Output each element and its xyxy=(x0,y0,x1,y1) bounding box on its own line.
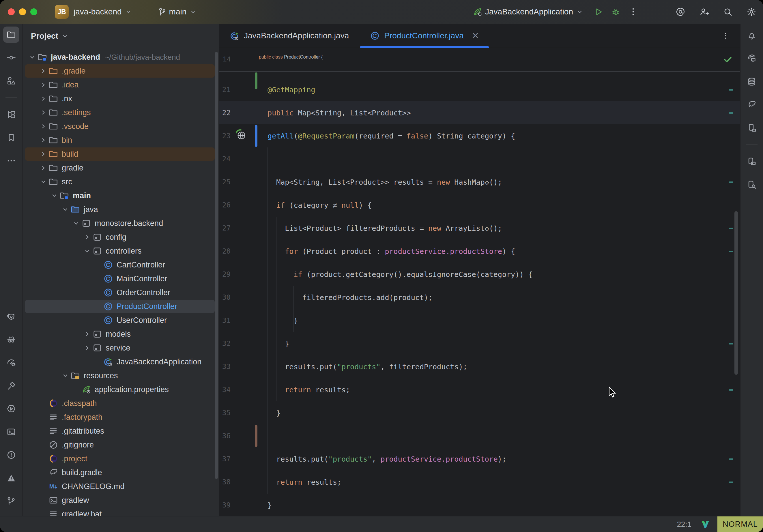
tree-item-bin[interactable]: bin xyxy=(23,133,219,147)
chevron-right-icon[interactable] xyxy=(82,344,92,352)
inspections-ok-check-icon[interactable] xyxy=(723,54,733,65)
chevron-down-icon[interactable] xyxy=(61,32,69,40)
code-line-25[interactable]: 25 Map<String, List<Product>> results = … xyxy=(219,170,740,194)
code-line-37[interactable]: 37 results.put("products", productServic… xyxy=(219,448,740,471)
chevron-down-icon[interactable] xyxy=(60,206,70,213)
commit-icon[interactable] xyxy=(3,50,19,66)
more-tools-icon[interactable] xyxy=(3,153,19,169)
tree-item-productcontroller[interactable]: ProductController xyxy=(23,299,219,313)
ideavim-icon[interactable] xyxy=(701,520,710,529)
editor-options-kebab-icon[interactable] xyxy=(720,31,731,41)
tree-item-java[interactable]: java xyxy=(23,202,219,216)
debug-button[interactable] xyxy=(610,7,621,17)
tree-item-main[interactable]: main xyxy=(23,189,219,202)
ai-at-icon[interactable] xyxy=(675,7,686,17)
vcs-ws-marker[interactable] xyxy=(255,425,258,447)
warnings-icon[interactable] xyxy=(3,470,19,486)
tree-item-gradlew[interactable]: gradlew xyxy=(23,493,219,507)
chevron-right-icon[interactable] xyxy=(82,233,92,241)
chevron-down-icon[interactable] xyxy=(82,247,92,255)
chevron-right-icon[interactable] xyxy=(38,137,48,144)
close-window-button[interactable] xyxy=(8,8,15,15)
code-line-32[interactable]: 32 } xyxy=(219,332,740,355)
tree-item-gradlew-bat[interactable]: gradlew.bat xyxy=(23,507,219,516)
chevron-right-icon[interactable] xyxy=(38,81,48,89)
build-hammer-icon[interactable] xyxy=(3,378,19,394)
tree-item--classpath[interactable]: .classpath xyxy=(23,396,219,410)
hierarchy-icon[interactable] xyxy=(3,106,19,123)
problems-icon[interactable] xyxy=(3,447,19,463)
chevron-down-icon[interactable] xyxy=(125,8,132,16)
project-tree-scrollbar[interactable] xyxy=(215,52,218,479)
tree-item-usercontroller[interactable]: UserController xyxy=(23,313,219,327)
chevron-right-icon[interactable] xyxy=(38,109,48,116)
branch-selector[interactable]: main xyxy=(157,7,197,17)
project-selector-label[interactable]: java-backend xyxy=(73,7,122,16)
tree-item-service[interactable]: service xyxy=(23,341,219,355)
chevron-down-icon[interactable] xyxy=(60,372,70,379)
run-configuration-label[interactable]: JavaBackendApplication xyxy=(485,7,573,16)
caret-position[interactable]: 22:1 xyxy=(677,520,692,529)
tree-item-ordercontroller[interactable]: OrderController xyxy=(23,286,219,299)
chevron-right-icon[interactable] xyxy=(38,150,48,158)
running-devices-icon[interactable] xyxy=(744,154,760,170)
tree-item--factorypath[interactable]: .factorypath xyxy=(23,410,219,424)
code-line-29[interactable]: 29 if (product.getCategory().equalsIgnor… xyxy=(219,263,740,286)
profiler-icon[interactable] xyxy=(3,355,19,371)
code-area[interactable]: 21 @GetMapping22 public Map<String, List… xyxy=(219,72,740,516)
tree-item-src[interactable]: src xyxy=(23,175,219,189)
run-button[interactable] xyxy=(593,7,604,17)
tree-item-cartcontroller[interactable]: CartController xyxy=(23,258,219,272)
services-icon[interactable] xyxy=(3,401,19,417)
request-mapping-globe-icon[interactable] xyxy=(235,129,247,143)
tree-item--idea[interactable]: .idea xyxy=(23,78,219,92)
project-panel-title[interactable]: Project xyxy=(31,32,58,41)
code-line-36[interactable]: 36 xyxy=(219,424,740,448)
vcs-added-marker[interactable] xyxy=(255,72,258,89)
tree-item-javabackendapplication[interactable]: JavaBackendApplication xyxy=(23,355,219,369)
tab-productcontroller[interactable]: ProductController.java ✕ xyxy=(359,24,490,48)
chevron-down-icon[interactable] xyxy=(27,53,37,61)
settings-gear-icon[interactable] xyxy=(746,7,757,17)
vim-mode-badge[interactable]: NORMAL xyxy=(717,516,763,532)
tree-item-application-properties[interactable]: application.properties xyxy=(23,382,219,396)
cat-ai-icon[interactable] xyxy=(3,308,19,325)
code-line-38[interactable]: 38 return results; xyxy=(219,471,740,494)
tree-item-config[interactable]: config xyxy=(23,230,219,244)
tree-item--project[interactable]: .project xyxy=(23,452,219,466)
code-line-39[interactable]: 39 } xyxy=(219,494,740,516)
tree-item--vscode[interactable]: .vscode xyxy=(23,119,219,133)
bookmarks-icon[interactable] xyxy=(3,130,19,146)
code-line-35[interactable]: 35 } xyxy=(219,401,740,424)
ai-assistant-icon[interactable] xyxy=(744,51,760,67)
tree-item-build[interactable]: build xyxy=(23,147,219,161)
search-icon[interactable] xyxy=(722,7,733,17)
add-user-icon[interactable] xyxy=(699,7,709,17)
vcs-modified-marker[interactable] xyxy=(255,125,258,147)
code-line-26[interactable]: 26 if (category ≠ null) { xyxy=(219,194,740,217)
code-line-33[interactable]: 33 results.put("products", filteredProdu… xyxy=(219,355,740,378)
tree-item-build-gradle[interactable]: build.gradle xyxy=(23,466,219,479)
code-line-24[interactable]: 24 xyxy=(219,148,740,170)
tree-item--gitattributes[interactable]: .gitattributes xyxy=(23,424,219,438)
chevron-down-icon[interactable] xyxy=(576,8,584,16)
project-tool-icon[interactable] xyxy=(3,27,19,43)
tree-item-monostore-backend[interactable]: monostore.backend xyxy=(23,216,219,230)
device-explorer-icon[interactable] xyxy=(744,176,760,193)
chevron-down-icon[interactable] xyxy=(49,192,59,199)
tree-item--gitignore[interactable]: .gitignore xyxy=(23,438,219,452)
tree-item--gradle[interactable]: .gradle xyxy=(23,64,219,78)
more-actions-kebab-icon[interactable] xyxy=(628,7,638,17)
zoom-window-button[interactable] xyxy=(30,8,37,15)
chevron-right-icon[interactable] xyxy=(38,123,48,130)
chevron-right-icon[interactable] xyxy=(38,164,48,172)
tab-javabackendapplication[interactable]: JavaBackendApplication.java xyxy=(219,24,359,48)
tree-item-models[interactable]: models xyxy=(23,327,219,341)
gradle-icon[interactable] xyxy=(744,97,760,113)
code-line-21[interactable]: 21 @GetMapping xyxy=(219,78,740,101)
code-line-28[interactable]: 28 for (Product product : productService… xyxy=(219,240,740,263)
editor-scrollbar[interactable] xyxy=(734,211,738,375)
terminal-icon[interactable] xyxy=(3,424,19,440)
chevron-right-icon[interactable] xyxy=(38,95,48,102)
code-line-23[interactable]: 23 getAll(@RequestParam(required = false… xyxy=(219,124,740,148)
